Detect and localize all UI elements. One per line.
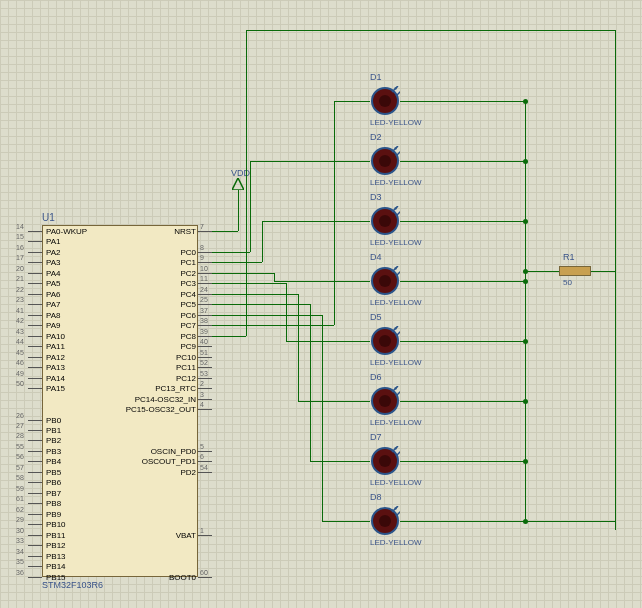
pin-num: 30 bbox=[16, 527, 24, 534]
pin-label: PB7 bbox=[46, 489, 61, 498]
pin-num: 51 bbox=[200, 349, 208, 356]
pin-label: PB12 bbox=[46, 541, 66, 550]
pin-label: PA9 bbox=[46, 321, 61, 330]
pin-num: 26 bbox=[16, 412, 24, 419]
pin-stub bbox=[28, 535, 42, 536]
pin-label: PB14 bbox=[46, 562, 66, 571]
pin-stub bbox=[28, 461, 42, 462]
svg-line-15 bbox=[396, 210, 400, 216]
wire bbox=[212, 273, 274, 274]
wire bbox=[286, 283, 287, 341]
pin-num: 27 bbox=[16, 422, 24, 429]
pin-stub bbox=[28, 503, 42, 504]
pin-stub bbox=[28, 241, 42, 242]
pin-label: PA7 bbox=[46, 300, 61, 309]
wire bbox=[400, 281, 525, 282]
svg-point-32 bbox=[379, 455, 391, 467]
pin-num: 53 bbox=[200, 370, 208, 377]
pin-num: 50 bbox=[16, 380, 24, 387]
svg-line-5 bbox=[396, 90, 400, 96]
pin-num: 34 bbox=[16, 548, 24, 555]
wire bbox=[400, 341, 525, 342]
pin-num: 45 bbox=[16, 349, 24, 356]
pin-label: PC12 bbox=[176, 374, 196, 383]
wire bbox=[298, 401, 350, 402]
wire bbox=[212, 304, 310, 305]
wire bbox=[238, 190, 239, 231]
led-ref: D5 bbox=[370, 312, 382, 322]
pin-num: 28 bbox=[16, 432, 24, 439]
pin-stub bbox=[28, 231, 42, 232]
pin-num: 17 bbox=[16, 254, 24, 261]
pin-label: PC3 bbox=[180, 279, 196, 288]
wire bbox=[322, 521, 350, 522]
pin-stub bbox=[28, 514, 42, 515]
pin-stub bbox=[198, 409, 212, 410]
pin-stub bbox=[198, 461, 212, 462]
pin-stub bbox=[28, 577, 42, 578]
pin-num: 60 bbox=[200, 569, 208, 576]
pin-num: 25 bbox=[200, 296, 208, 303]
pin-label: PC13_RTC bbox=[155, 384, 196, 393]
pin-label: PB8 bbox=[46, 499, 61, 508]
wire bbox=[400, 161, 525, 162]
pin-stub bbox=[198, 346, 212, 347]
pin-stub bbox=[28, 252, 42, 253]
pin-label: PA11 bbox=[46, 342, 65, 351]
wire bbox=[286, 341, 350, 342]
pin-num: 58 bbox=[16, 474, 24, 481]
pin-stub bbox=[28, 378, 42, 379]
pin-label: PA2 bbox=[46, 248, 61, 257]
pin-label: PC8 bbox=[180, 332, 196, 341]
pin-num: 36 bbox=[16, 569, 24, 576]
pin-stub bbox=[28, 336, 42, 337]
pin-label: PB1 bbox=[46, 426, 61, 435]
wire bbox=[334, 101, 335, 325]
pin-num: 10 bbox=[200, 265, 208, 272]
wire bbox=[210, 231, 238, 232]
pin-stub bbox=[28, 283, 42, 284]
wire bbox=[212, 294, 298, 295]
vdd-label: VDD bbox=[231, 168, 250, 178]
pin-stub bbox=[28, 430, 42, 431]
pin-stub bbox=[198, 357, 212, 358]
pin-num: 42 bbox=[16, 317, 24, 324]
svg-point-37 bbox=[379, 515, 391, 527]
pin-num: 41 bbox=[16, 307, 24, 314]
wire bbox=[262, 221, 350, 222]
pin-label: PC6 bbox=[180, 311, 196, 320]
wire bbox=[591, 271, 615, 272]
pin-stub bbox=[28, 566, 42, 567]
pin-num: 9 bbox=[200, 254, 204, 261]
led-type: LED-YELLOW bbox=[370, 238, 422, 247]
pin-label: PC14-OSC32_IN bbox=[135, 395, 196, 404]
pin-stub bbox=[28, 367, 42, 368]
pin-num: 1 bbox=[200, 527, 204, 534]
pin-num: 59 bbox=[16, 485, 24, 492]
wire bbox=[322, 315, 323, 521]
pin-label: PA14 bbox=[46, 374, 65, 383]
svg-point-12 bbox=[379, 215, 391, 227]
wire bbox=[212, 315, 322, 316]
pin-stub bbox=[198, 231, 212, 232]
pin-label: PA4 bbox=[46, 269, 61, 278]
pin-stub bbox=[28, 472, 42, 473]
pin-label: VBAT bbox=[176, 531, 196, 540]
wire bbox=[298, 294, 299, 401]
pin-label: PA12 bbox=[46, 353, 65, 362]
pin-stub bbox=[28, 346, 42, 347]
pin-stub bbox=[28, 420, 42, 421]
led-ref: D2 bbox=[370, 132, 382, 142]
pin-stub bbox=[198, 472, 212, 473]
pin-num: 3 bbox=[200, 391, 204, 398]
led-ref: D3 bbox=[370, 192, 382, 202]
pin-stub bbox=[28, 545, 42, 546]
pin-num: 22 bbox=[16, 286, 24, 293]
pin-stub bbox=[198, 451, 212, 452]
led-d8 bbox=[370, 506, 400, 536]
pin-stub bbox=[198, 388, 212, 389]
pin-num: 8 bbox=[200, 244, 204, 251]
svg-line-40 bbox=[396, 510, 400, 516]
pin-num: 49 bbox=[16, 370, 24, 377]
resistor-value: 50 bbox=[563, 278, 572, 287]
